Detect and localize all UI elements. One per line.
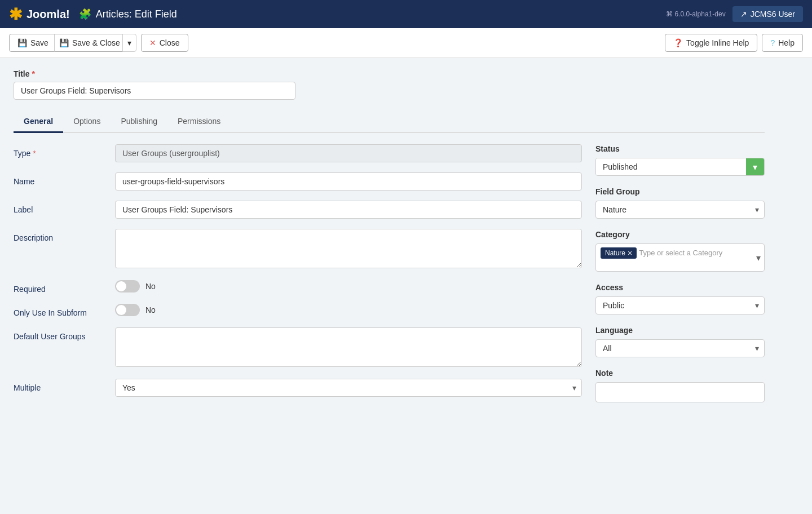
title-required-star: * (32, 69, 34, 78)
field-group-wrapper: Nature None ▾ (595, 201, 765, 219)
required-row: Required No (14, 280, 582, 294)
save-group: 💾 Save 💾 Save & Close ▾ (9, 34, 136, 52)
label-row: Label (14, 201, 582, 219)
field-group-label: Field Group (595, 187, 765, 196)
default-groups-row: Default User Groups (14, 327, 582, 369)
save-icon-main: 💾 (59, 38, 69, 47)
category-tag-close[interactable]: × (628, 249, 632, 258)
access-select[interactable]: Public Guest Registered Special Super Us… (595, 296, 765, 314)
note-section: Note (595, 369, 765, 402)
type-label: Type * (14, 144, 115, 158)
question-circle-icon: ❓ (673, 38, 683, 47)
required-toggle-label: No (145, 282, 156, 291)
default-groups-control (115, 327, 582, 369)
chevron-down-icon: ▾ (127, 38, 131, 47)
name-control (115, 172, 582, 190)
name-input[interactable] (115, 172, 582, 190)
tab-general[interactable]: General (14, 111, 63, 133)
page-title: Articles: Edit Field (96, 8, 177, 20)
toolbar: 💾 Save 💾 Save & Close ▾ ✕ Close ❓ Toggle… (0, 28, 812, 58)
required-toggle[interactable] (115, 280, 140, 293)
title-label: Title * (14, 69, 765, 78)
save-close-button[interactable]: 💾 Save & Close (54, 34, 125, 52)
multiple-control: Yes No ▾ (115, 379, 582, 397)
joomla-logo: ✱ Joomla! (9, 5, 70, 24)
save-icon: 💾 (17, 38, 27, 47)
multiple-label: Multiple (14, 379, 115, 392)
main-content: Title * General Options Publishing Permi… (0, 58, 778, 425)
save-dropdown-button[interactable]: ▾ (122, 34, 136, 52)
subform-toggle[interactable] (115, 304, 140, 316)
default-groups-label: Default User Groups (14, 327, 115, 341)
name-label: Name (14, 172, 115, 186)
default-groups-textarea[interactable] (115, 327, 582, 367)
form-main: Type * User Groups (usergrouplist) Name … (14, 144, 582, 414)
language-select[interactable]: All (595, 339, 765, 357)
type-row: Type * User Groups (usergrouplist) (14, 144, 582, 162)
joomla-icon: ✱ (9, 5, 22, 24)
note-input[interactable] (595, 382, 765, 402)
status-chevron-icon: ▾ (753, 162, 757, 172)
status-section: Status Published Unpublished Trashed ▾ (595, 144, 765, 176)
status-select[interactable]: Published Unpublished Trashed (596, 158, 746, 175)
tab-options[interactable]: Options (63, 111, 111, 133)
version-badge: ⌘ 6.0.0-alpha1-dev (666, 10, 725, 18)
puzzle-icon: 🧩 (79, 8, 91, 20)
access-wrapper: Public Guest Registered Special Super Us… (595, 296, 765, 314)
category-section: Category Nature × Type or select a Categ… (595, 230, 765, 272)
page-title-bar: 🧩 Articles: Edit Field (79, 8, 177, 20)
form-sidebar: Status Published Unpublished Trashed ▾ F… (595, 144, 765, 414)
category-chevron-icon: ▾ (756, 253, 761, 263)
status-control: Published Unpublished Trashed ▾ (595, 158, 765, 176)
language-wrapper: All ▾ (595, 339, 765, 357)
tab-permissions[interactable]: Permissions (167, 111, 231, 133)
title-input[interactable] (14, 82, 295, 100)
language-section: Language All ▾ (595, 326, 765, 357)
help-button[interactable]: ? Help (762, 34, 803, 52)
field-group-select[interactable]: Nature None (595, 201, 765, 219)
label-control (115, 201, 582, 219)
help-icon: ? (770, 38, 775, 47)
subform-toggle-label: No (145, 305, 156, 314)
category-dropdown-button[interactable]: ▾ (756, 252, 761, 263)
topbar: ✱ Joomla! 🧩 Articles: Edit Field ⌘ 6.0.0… (0, 0, 812, 28)
toggle-help-button[interactable]: ❓ Toggle Inline Help (665, 34, 757, 52)
subform-row: Only Use In Subform No (14, 304, 582, 317)
description-control (115, 229, 582, 270)
category-label: Category (595, 230, 765, 239)
language-label: Language (595, 326, 765, 335)
required-label: Required (14, 280, 115, 294)
subform-control: No (115, 304, 582, 316)
description-label: Description (14, 229, 115, 242)
note-label: Note (595, 369, 765, 378)
description-textarea[interactable] (115, 229, 582, 268)
save-button[interactable]: 💾 Save (9, 34, 57, 52)
access-label: Access (595, 283, 765, 292)
label-input[interactable] (115, 201, 582, 219)
category-box[interactable]: Nature × Type or select a Category ▾ (595, 243, 765, 272)
required-control: No (115, 280, 582, 293)
field-group-section: Field Group Nature None ▾ (595, 187, 765, 219)
multiple-select[interactable]: Yes No (115, 379, 582, 397)
name-row: Name (14, 172, 582, 190)
type-control: User Groups (usergrouplist) (115, 144, 582, 162)
category-placeholder: Type or select a Category (639, 247, 722, 257)
title-section: Title * (14, 69, 765, 100)
category-tag-nature: Nature × (601, 247, 637, 259)
subform-label: Only Use In Subform (14, 304, 115, 317)
type-display: User Groups (usergrouplist) (115, 144, 582, 162)
logo-text: Joomla! (27, 8, 70, 21)
label-label: Label (14, 201, 115, 214)
user-button[interactable]: ↗ JCMS6 User (732, 6, 803, 22)
close-icon: ✕ (149, 38, 156, 47)
tab-publishing[interactable]: Publishing (111, 111, 167, 133)
status-label: Status (595, 144, 765, 153)
user-icon: ↗ (740, 10, 747, 19)
form-layout: Type * User Groups (usergrouplist) Name … (14, 144, 765, 414)
status-dropdown-button[interactable]: ▾ (746, 158, 764, 175)
description-row: Description (14, 229, 582, 270)
close-button[interactable]: ✕ Close (141, 34, 188, 52)
tabs: General Options Publishing Permissions (14, 111, 765, 133)
access-section: Access Public Guest Registered Special S… (595, 283, 765, 314)
multiple-row: Multiple Yes No ▾ (14, 379, 582, 397)
